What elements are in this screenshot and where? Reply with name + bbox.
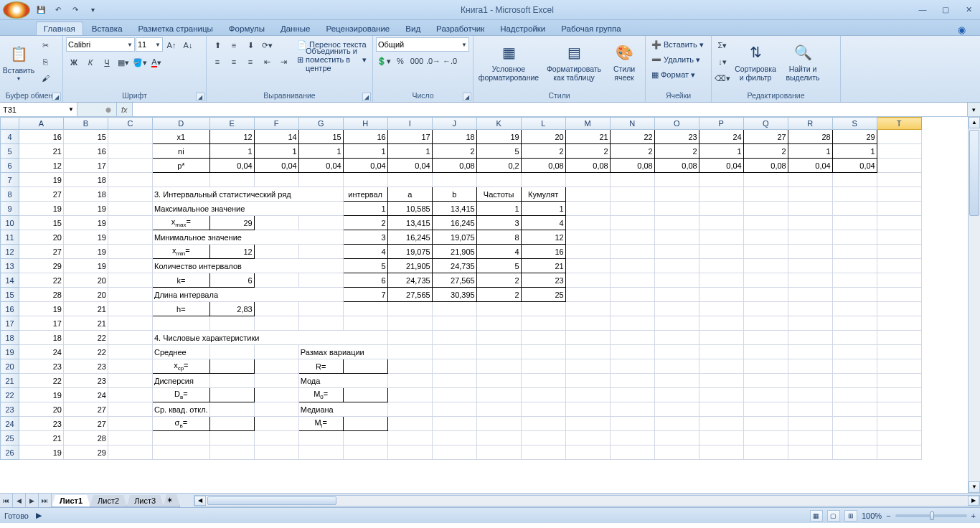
cell-C14[interactable] xyxy=(108,273,153,288)
cell-G24[interactable]: Ml= xyxy=(298,417,343,431)
cell-A24[interactable]: 23 xyxy=(19,417,64,431)
row-header-13[interactable]: 13 xyxy=(1,259,19,273)
align-left-icon[interactable]: ≡ xyxy=(209,54,225,70)
row-header-26[interactable]: 26 xyxy=(1,446,19,460)
cell-S20[interactable] xyxy=(832,359,877,374)
tab-view[interactable]: Вид xyxy=(398,22,428,35)
cell-E12[interactable]: 12 xyxy=(209,245,254,259)
cell-O25[interactable] xyxy=(654,431,699,446)
cell-J4[interactable]: 18 xyxy=(432,130,476,144)
cell-S4[interactable]: 29 xyxy=(832,130,877,144)
cell-G26[interactable] xyxy=(298,446,343,460)
cell-H25[interactable] xyxy=(343,431,387,446)
cell-I22[interactable] xyxy=(387,388,432,402)
tab-workgroup[interactable]: Рабочая группа xyxy=(554,22,628,35)
find-select-button[interactable]: 🔍Найти и выделить xyxy=(781,37,825,86)
cell-P13[interactable] xyxy=(699,259,743,273)
cell-C17[interactable] xyxy=(108,316,153,331)
cell-A14[interactable]: 22 xyxy=(19,273,64,288)
cell-G22[interactable]: M0= xyxy=(298,388,343,402)
cell-E20[interactable] xyxy=(209,359,254,374)
cell-R19[interactable] xyxy=(788,345,832,359)
cell-Q5[interactable]: 2 xyxy=(743,144,788,159)
cell-T18[interactable] xyxy=(877,331,921,345)
col-header-F[interactable]: F xyxy=(254,118,298,130)
row-header-6[interactable]: 6 xyxy=(1,159,19,173)
row-header-10[interactable]: 10 xyxy=(1,216,19,230)
sheet-next-icon[interactable]: ▶ xyxy=(26,494,39,507)
row-header-7[interactable]: 7 xyxy=(1,173,19,187)
qat-redo-icon[interactable]: ↷ xyxy=(67,3,83,17)
cell-J25[interactable] xyxy=(432,431,476,446)
cell-P12[interactable] xyxy=(699,245,743,259)
cell-O24[interactable] xyxy=(654,417,699,431)
format-cells-button[interactable]: ▦ Формат ▾ xyxy=(649,67,707,82)
cell-Q25[interactable] xyxy=(743,431,788,446)
cell-C13[interactable] xyxy=(108,259,153,273)
cell-K15[interactable]: 2 xyxy=(476,288,521,302)
cell-Q26[interactable] xyxy=(743,446,788,460)
cell-A15[interactable]: 28 xyxy=(19,288,64,302)
cell-G6[interactable]: 0,04 xyxy=(298,159,343,173)
cell-C7[interactable] xyxy=(108,173,153,187)
cell-P15[interactable] xyxy=(699,288,743,302)
cell-T25[interactable] xyxy=(877,431,921,446)
cell-T10[interactable] xyxy=(877,216,921,230)
cell-B14[interactable]: 20 xyxy=(64,273,108,288)
cell-L26[interactable] xyxy=(521,446,565,460)
cell-O7[interactable] xyxy=(654,173,699,187)
cell-B18[interactable]: 22 xyxy=(64,331,108,345)
cell-Q20[interactable] xyxy=(743,359,788,374)
cell-O17[interactable] xyxy=(654,316,699,331)
cell-D9[interactable]: Максимальное значение xyxy=(153,202,344,216)
row-header-16[interactable]: 16 xyxy=(1,302,19,316)
cell-A18[interactable]: 18 xyxy=(19,331,64,345)
cell-D15[interactable]: Длина интервала xyxy=(153,288,344,302)
cell-A11[interactable]: 20 xyxy=(19,230,64,245)
cell-T12[interactable] xyxy=(877,245,921,259)
cell-B12[interactable]: 19 xyxy=(64,245,108,259)
cell-O26[interactable] xyxy=(654,446,699,460)
row-header-25[interactable]: 25 xyxy=(1,431,19,446)
cell-O18[interactable] xyxy=(654,331,699,345)
cell-J26[interactable] xyxy=(432,446,476,460)
cell-O8[interactable] xyxy=(654,187,699,202)
cell-M21[interactable] xyxy=(565,374,610,388)
cell-J12[interactable]: 21,905 xyxy=(432,245,476,259)
align-center-icon[interactable]: ≡ xyxy=(226,54,242,70)
cell-B4[interactable]: 15 xyxy=(64,130,108,144)
col-header-J[interactable]: J xyxy=(432,118,476,130)
cell-N13[interactable] xyxy=(610,259,654,273)
cell-I13[interactable]: 21,905 xyxy=(387,259,432,273)
cell-Q7[interactable] xyxy=(743,173,788,187)
cell-N14[interactable] xyxy=(610,273,654,288)
cell-L16[interactable] xyxy=(521,302,565,316)
col-header-S[interactable]: S xyxy=(832,118,877,130)
cell-S5[interactable]: 1 xyxy=(832,144,877,159)
cell-S14[interactable] xyxy=(832,273,877,288)
scroll-up-icon[interactable]: ▲ xyxy=(969,117,980,128)
cell-I6[interactable]: 0,04 xyxy=(387,159,432,173)
cell-E21[interactable] xyxy=(209,374,254,388)
cell-Q13[interactable] xyxy=(743,259,788,273)
cell-T11[interactable] xyxy=(877,230,921,245)
normal-view-icon[interactable]: ▦ xyxy=(810,510,823,522)
cell-E26[interactable] xyxy=(209,446,254,460)
cell-M18[interactable] xyxy=(565,331,610,345)
cell-G4[interactable]: 15 xyxy=(298,130,343,144)
cut-icon[interactable]: ✂ xyxy=(37,37,53,53)
cell-G25[interactable] xyxy=(298,431,343,446)
decrease-decimal-icon[interactable]: ←.0 xyxy=(442,53,458,69)
borders-icon[interactable]: ▦▾ xyxy=(116,55,131,70)
cell-N21[interactable] xyxy=(610,374,654,388)
cell-R17[interactable] xyxy=(788,316,832,331)
cell-I15[interactable]: 27,565 xyxy=(387,288,432,302)
cell-H10[interactable]: 2 xyxy=(343,216,387,230)
cell-L17[interactable] xyxy=(521,316,565,331)
cell-I17[interactable] xyxy=(387,316,432,331)
col-header-K[interactable]: K xyxy=(476,118,521,130)
cell-G14[interactable] xyxy=(298,273,343,288)
cell-L5[interactable]: 2 xyxy=(521,144,565,159)
cell-E19[interactable] xyxy=(209,345,254,359)
zoom-slider[interactable] xyxy=(895,514,967,517)
